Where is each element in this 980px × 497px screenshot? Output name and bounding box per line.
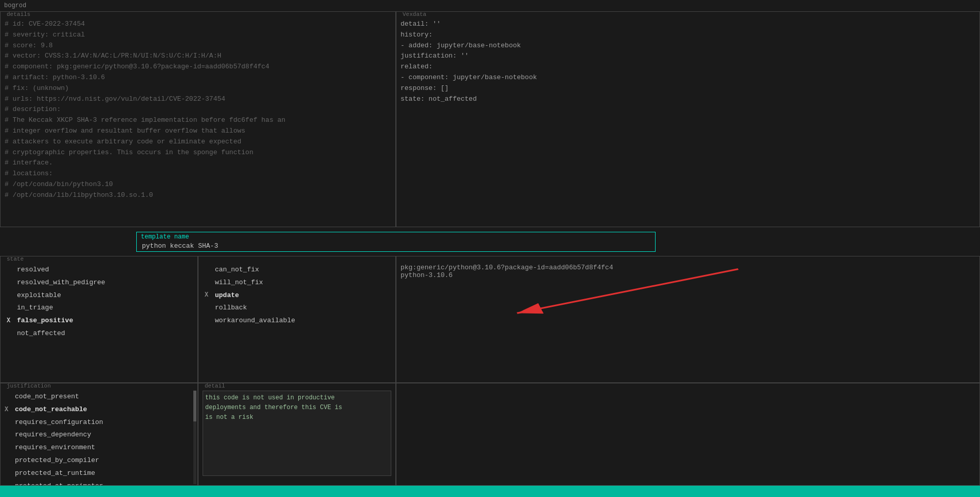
detail-line-14: # interface. [5,158,391,169]
vex-line-5: related: [401,62,975,72]
justification-pane-label: justification [5,383,53,389]
just-check-requires-configuration [5,417,12,427]
action-item-can-not-fix[interactable]: can_not_fix [203,264,391,277]
just-check-code-not-reachable: X [5,405,12,415]
state-label-in-triage: in_triage [17,303,53,314]
just-item-requires-configuration[interactable]: requires_configuration [3,416,195,429]
vex-line-3: - added: jupyter/base-notebook [401,41,975,51]
vex-line-7: response: [] [401,83,975,94]
justification-pane: justification code_not_present X code_no… [0,383,198,486]
action-label-rollback: rollback [215,303,247,314]
just-label-protected-at-runtime: protected_at_runtime [15,468,95,479]
state-label-not-affected: not_affected [17,328,65,339]
detail-line-5: # component: pkg:generic/python@3.10.6?p… [5,62,391,72]
state-item-not-affected[interactable]: not_affected [5,327,193,340]
state-check-exploitable [7,290,14,300]
empty-pane [396,383,980,486]
just-check-requires-dependency [5,430,12,440]
just-label-code-not-present: code_not_present [15,392,79,402]
action-label-workaround: workaround_available [215,316,295,326]
detail-line-1: # id: CVE-2022-37454 [5,19,391,30]
justification-scrollbar[interactable] [193,391,196,484]
state-item-resolved-pedigree[interactable]: resolved_with_pedigree [5,277,193,289]
action-pane: can_not_fix will_not_fix X update rollba… [198,256,396,383]
justification-scrollbar-thumb[interactable] [193,391,196,421]
just-check-requires-environment [5,443,12,453]
detail-line-2: # severity: critical [5,30,391,41]
just-item-protected-by-compiler[interactable]: protected_by_compiler [3,454,195,467]
just-check-protected-by-compiler [5,456,12,466]
state-pane: state resolved resolved_with_pedigree ex… [0,256,198,383]
detail-textarea[interactable]: this code is not used in productive depl… [203,391,391,476]
vexdata-pane-label: Vexdata [401,11,428,17]
just-item-protected-at-perimeter[interactable]: protected_at_perimeter [3,480,195,485]
detail-pane-label: detail [203,383,227,389]
status-bar [0,486,980,497]
template-box: template name [136,232,656,252]
state-check-resolved [7,265,14,275]
details-pane: details # id: CVE-2022-37454 # severity:… [0,11,396,227]
vex-line-8: state: not_affected [401,94,975,105]
app-container: bogrod details # id: CVE-2022-37454 # se… [0,0,980,497]
action-item-update[interactable]: X update [203,289,391,302]
vex-line-2: history: [401,30,975,41]
component-line-2: python-3.10.6 [401,271,975,279]
action-label-will-not-fix: will_not_fix [215,278,263,288]
just-label-protected-by-compiler: protected_by_compiler [15,455,99,466]
just-label-requires-environment: requires_environment [15,443,95,453]
state-item-resolved[interactable]: resolved [5,264,193,277]
template-label: template name [141,233,651,241]
state-item-in-triage[interactable]: in_triage [5,302,193,315]
detail-line-11: # integer overflow and resultant buffer … [5,126,391,137]
action-label-can-not-fix: can_not_fix [215,265,259,275]
component-pane: pkg:generic/python@3.10.6?package-id=aad… [396,256,980,383]
template-row: template name [0,227,980,256]
just-item-requires-dependency[interactable]: requires_dependency [3,429,195,441]
state-label-exploitable: exploitable [17,290,61,301]
detail-line-17: # /opt/conda/lib/libpython3.10.so.1.0 [5,190,391,201]
just-item-protected-at-runtime[interactable]: protected_at_runtime [3,467,195,480]
component-content: pkg:generic/python@3.10.6?package-id=aad… [396,256,979,283]
justification-content: code_not_present X code_not_reachable re… [1,383,197,485]
middle-row: state resolved resolved_with_pedigree ex… [0,256,980,383]
vex-line-6: - component: jupyter/base-notebook [401,72,975,83]
state-check-false-positive: X [7,316,14,326]
state-item-exploitable[interactable]: exploitable [5,289,193,302]
just-item-requires-environment[interactable]: requires_environment [3,441,195,454]
action-item-rollback[interactable]: rollback [203,302,391,315]
detail-line-13: # cryptographic properties. This occurs … [5,148,391,158]
title-text: bogrod [4,2,26,9]
action-item-will-not-fix[interactable]: will_not_fix [203,277,391,289]
state-check-not-affected [7,329,14,339]
just-check-protected-at-perimeter [5,481,12,485]
state-label-resolved-pedigree: resolved_with_pedigree [17,278,105,288]
title-bar: bogrod [0,0,980,11]
detail-line-9: # description: [5,104,391,115]
component-line-1: pkg:generic/python@3.10.6?package-id=aad… [401,264,975,271]
action-col: can_not_fix will_not_fix X update rollba… [203,264,391,327]
action-check-will-not-fix [205,278,212,288]
detail-line-4: # vector: CVSS:3.1/AV:N/AC:L/PR:N/UI:N/S… [5,51,391,62]
state-item-false-positive[interactable]: X false_positive [5,315,193,327]
detail-line-16: # /opt/conda/bin/python3.10 [5,179,391,190]
action-check-can-not-fix [205,265,212,275]
just-item-code-not-reachable[interactable]: X code_not_reachable [3,403,195,416]
action-label-update: update [215,290,239,301]
top-row: details # id: CVE-2022-37454 # severity:… [0,11,980,227]
just-item-code-not-present[interactable]: code_not_present [3,391,195,403]
detail-line-12: # attackers to execute arbitrary code or… [5,137,391,148]
details-pane-content: # id: CVE-2022-37454 # severity: critica… [1,12,395,227]
state-content: resolved resolved_with_pedigree exploita… [1,256,197,344]
vex-line-4: justification: '' [401,51,975,62]
state-col: resolved resolved_with_pedigree exploita… [5,264,193,340]
template-name-input[interactable] [141,242,651,250]
detail-line-6: # artifact: python-3.10.6 [5,72,391,83]
just-label-code-not-reachable: code_not_reachable [15,404,87,415]
state-pane-label: state [5,256,26,262]
action-check-rollback [205,303,212,313]
just-label-protected-at-perimeter: protected_at_perimeter [15,481,103,485]
state-label-false-positive: false_positive [17,316,73,326]
state-check-in-triage [7,303,14,313]
action-item-workaround[interactable]: workaround_available [203,315,391,327]
detail-line-3: # score: 9.8 [5,41,391,51]
